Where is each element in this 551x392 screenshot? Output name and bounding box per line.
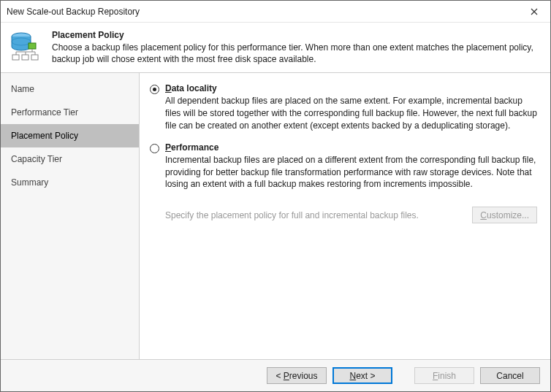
wizard-content: Data locality All dependent backup files…: [140, 73, 550, 359]
finish-button: Finish: [414, 367, 474, 384]
radio-data-locality[interactable]: [150, 85, 159, 94]
option-performance[interactable]: Performance Incremental backup files are…: [150, 142, 537, 191]
window-title: New Scale-out Backup Repository: [7, 7, 517, 17]
header-title: Placement Policy: [52, 30, 540, 40]
svg-rect-4: [22, 55, 28, 60]
nav-item-performance-tier[interactable]: Performance Tier: [1, 101, 139, 124]
wizard-nav: Name Performance Tier Placement Policy C…: [1, 73, 140, 359]
cancel-button[interactable]: Cancel: [480, 367, 540, 384]
option-performance-desc: Incremental backup files are placed on a…: [165, 154, 537, 191]
option-data-locality-desc: All dependent backup files are placed on…: [165, 95, 537, 131]
nav-item-summary[interactable]: Summary: [1, 171, 139, 194]
option-performance-label: Performance: [165, 142, 537, 153]
repository-icon: [8, 30, 43, 65]
svg-rect-3: [12, 55, 19, 60]
nav-item-name[interactable]: Name: [1, 77, 139, 101]
wizard-header: Placement Policy Choose a backup files p…: [1, 23, 550, 73]
header-description: Choose a backup files placement policy f…: [52, 42, 540, 65]
next-button[interactable]: Next >: [332, 367, 392, 384]
option-data-locality[interactable]: Data locality All dependent backup files…: [150, 83, 537, 131]
customize-button: Customize...: [472, 207, 537, 223]
svg-rect-2: [28, 43, 36, 49]
wizard-footer: < Previous Next > Finish Cancel: [1, 359, 550, 391]
radio-performance[interactable]: [150, 144, 159, 153]
nav-item-placement-policy[interactable]: Placement Policy: [1, 124, 139, 147]
option-data-locality-label: Data locality: [165, 83, 537, 93]
previous-button[interactable]: < Previous: [267, 367, 327, 384]
title-bar: New Scale-out Backup Repository: [1, 1, 550, 23]
close-icon: [531, 8, 538, 15]
nav-item-capacity-tier[interactable]: Capacity Tier: [1, 147, 139, 171]
close-button[interactable]: [517, 1, 550, 23]
svg-rect-5: [31, 55, 38, 60]
customize-hint: Specify the placement policy for full an…: [165, 210, 465, 220]
